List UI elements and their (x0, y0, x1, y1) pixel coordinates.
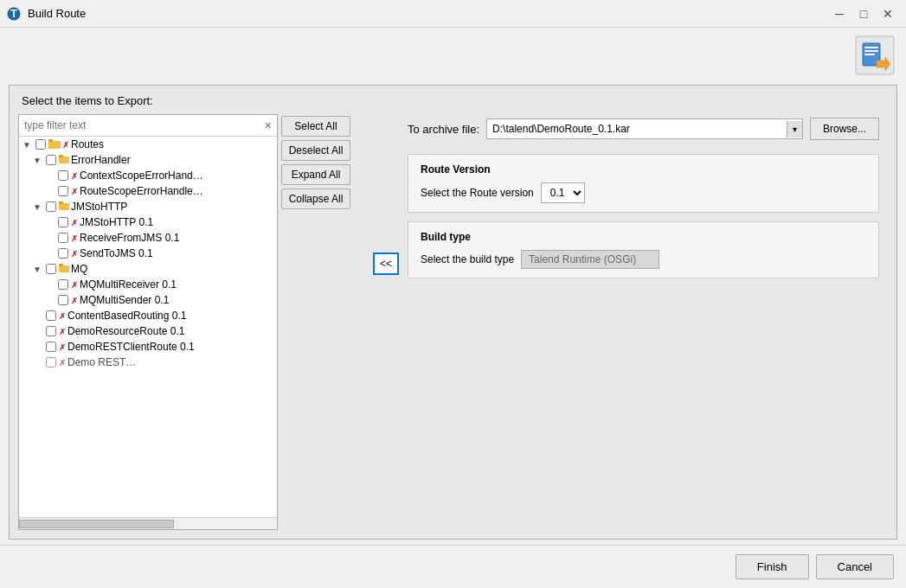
tree-row-mqmultireceiver[interactable]: ✗ MQMultiReceiver 0.1 (19, 277, 277, 292)
checkbox-mqmultireceiver[interactable] (58, 279, 68, 290)
tree-label-demorest2: Demo REST… (67, 356, 136, 368)
tree-label-receivefromjms: ReceiveFromJMS 0.1 (80, 232, 179, 244)
window-icon: T (7, 7, 21, 21)
archive-file-row: To archive file: ▾ Browse... (408, 118, 879, 140)
build-type-value: Talend Runtime (OSGi) (521, 250, 659, 269)
folder-icon (48, 138, 61, 150)
filter-clear-button[interactable]: × (261, 119, 275, 131)
toggle-routes[interactable]: ▼ (21, 140, 33, 150)
svg-text:T: T (10, 7, 17, 20)
tree-label-mqmultireceiver: MQMultiReceiver 0.1 (80, 278, 177, 291)
tree-panel: × ▼ (18, 114, 278, 530)
build-type-group: Build type Select the build type Talend … (408, 221, 879, 278)
archive-input-wrapper: ▾ (486, 118, 803, 139)
archive-dropdown-button[interactable]: ▾ (787, 121, 802, 137)
checkbox-demorestclientroute[interactable] (46, 342, 56, 352)
main-content: Select the items to Export: × (9, 85, 897, 540)
window: T Build Route ─ □ ✕ Select the items (0, 0, 906, 588)
left-section: × ▼ (18, 114, 373, 530)
section-label: Select the items to Export: (10, 86, 896, 114)
checkbox-contextscopeerror[interactable] (58, 170, 68, 181)
deselect-all-button[interactable]: Deselect All (281, 140, 350, 161)
toggle-mq[interactable]: ▼ (31, 265, 43, 274)
checkbox-demoresourceroute[interactable] (46, 326, 56, 336)
tree-row-sendtojms[interactable]: ✗ SendToJMS 0.1 (19, 246, 277, 261)
checkbox-routescopeerror[interactable] (58, 186, 68, 196)
finish-button[interactable]: Finish (736, 554, 809, 579)
tree-row-contentbasedrouting[interactable]: ✗ ContentBasedRouting 0.1 (19, 308, 277, 323)
camel-route-icon: ✗ (71, 171, 78, 181)
tree-label-jmstohttp01: JMStoHTTP 0.1 (80, 216, 153, 228)
checkbox-demorest2[interactable] (46, 357, 56, 368)
footer: Finish Cancel (0, 545, 906, 588)
close-button[interactable]: ✕ (877, 5, 899, 22)
tree-label-jmstohttp: JMStoHTTP (71, 201, 127, 213)
tree-row-demoresourceroute[interactable]: ✗ DemoResourceRoute 0.1 (19, 323, 277, 339)
svg-rect-10 (59, 157, 69, 163)
tree-row-routescopeerror[interactable]: ✗ RouteScopeErrorHandle… (19, 183, 277, 199)
tree-label-sendtojms: SendToJMS 0.1 (80, 247, 153, 259)
select-all-button[interactable]: Select All (281, 116, 350, 137)
camel-icon-10: ✗ (59, 342, 66, 352)
tree-row-mq[interactable]: ▼ MQ (19, 261, 277, 277)
tree-row-routes[interactable]: ▼ ✗ Routes (19, 137, 277, 152)
tree-label-routes: Routes (71, 138, 104, 150)
checkbox-contentbasedrouting[interactable] (46, 310, 56, 321)
svg-rect-11 (59, 155, 63, 157)
tree-row-demorestclientroute[interactable]: ✗ DemoRESTClientRoute 0.1 (19, 339, 277, 355)
camel-icon-5: ✗ (71, 249, 78, 259)
camel-icon-11: ✗ (59, 358, 66, 368)
tree-label-errorhandler: ErrorHandler (71, 154, 131, 166)
toggle-jmstohttp[interactable]: ▼ (31, 202, 43, 212)
checkbox-jmstohttp01[interactable] (58, 217, 68, 227)
window-controls: ─ □ ✕ (828, 5, 899, 22)
svg-rect-12 (59, 203, 69, 210)
archive-label: To archive file: (408, 123, 479, 136)
action-buttons-column: Select All Deselect All Expand All Colla… (281, 114, 354, 530)
horizontal-scrollbar[interactable] (19, 517, 277, 529)
tree-area[interactable]: ▼ ✗ Routes (19, 137, 277, 517)
tree-row-jmstohttp01[interactable]: ✗ JMStoHTTP 0.1 (19, 214, 277, 230)
route-version-select[interactable]: 0.1 0.2 1.0 (542, 183, 584, 202)
toggle-contextscopeerror (43, 171, 55, 181)
tree-row-contextscopeerror[interactable]: ✗ ContextScopeErrorHand… (19, 168, 277, 183)
camel-icon-7: ✗ (71, 296, 78, 305)
talend-logo-icon (854, 35, 896, 76)
collapse-all-button[interactable]: Collapse All (281, 189, 350, 209)
archive-path-input[interactable] (487, 119, 787, 138)
checkbox-mqmultisender[interactable] (58, 295, 68, 305)
camel-route-icon-2: ✗ (71, 187, 78, 196)
tree-label-contextscopeerror: ContextScopeErrorHand… (80, 169, 203, 182)
tree-label-demoresourceroute: DemoResourceRoute 0.1 (67, 325, 184, 337)
toggle-errorhandler[interactable]: ▼ (31, 156, 43, 165)
tree-row-receivefromjms[interactable]: ✗ ReceiveFromJMS 0.1 (19, 230, 277, 246)
tree-label-mq: MQ (71, 263, 87, 275)
checkbox-errorhandler[interactable] (46, 155, 56, 165)
browse-button[interactable]: Browse... (810, 118, 879, 140)
checkbox-sendtojms[interactable] (58, 248, 68, 259)
checkbox-jmstohttp[interactable] (46, 201, 56, 212)
checkbox-receivefromjms[interactable] (58, 233, 68, 243)
cancel-button[interactable]: Cancel (816, 554, 894, 579)
move-left-button[interactable]: << (373, 252, 399, 275)
svg-rect-13 (59, 201, 63, 204)
camel-icon: ✗ (62, 140, 69, 150)
tree-label-mqmultisender: MQMultiSender 0.1 (80, 294, 169, 306)
svg-rect-14 (59, 265, 69, 272)
tree-row-jmstohttp[interactable]: ▼ JMStoHTTP (19, 199, 277, 214)
camel-icon-4: ✗ (71, 233, 78, 243)
tree-label-contentbasedrouting: ContentBasedRouting 0.1 (67, 310, 186, 322)
svg-rect-5 (864, 50, 878, 52)
tree-row-demorest2[interactable]: ✗ Demo REST… (19, 355, 277, 370)
filter-input[interactable] (21, 117, 261, 134)
route-version-label: Select the Route version (421, 187, 534, 199)
tree-row-mqmultisender[interactable]: ✗ MQMultiSender 0.1 (19, 292, 277, 308)
maximize-button[interactable]: □ (852, 5, 875, 22)
expand-all-button[interactable]: Expand All (281, 164, 350, 185)
minimize-button[interactable]: ─ (828, 5, 851, 22)
checkbox-mq[interactable] (46, 264, 56, 274)
tree-row-errorhandler[interactable]: ▼ ErrorHandler (19, 152, 277, 168)
checkbox-routes[interactable] (35, 139, 46, 150)
arrow-column: << (373, 114, 399, 530)
folder-icon-4 (59, 264, 69, 274)
